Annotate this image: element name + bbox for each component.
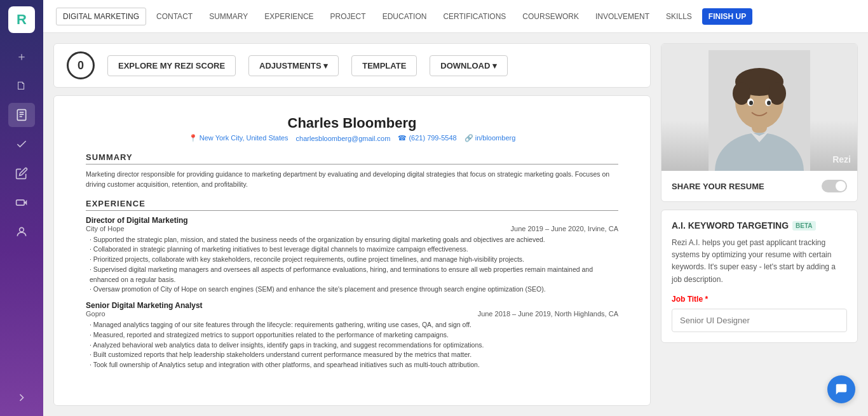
resume-linkedin: 🔗 in/bloomberg — [465, 134, 516, 142]
summary-text: Marketing director responsible for provi… — [86, 170, 618, 190]
resume-phone: ☎ (621) 799-5548 — [398, 134, 456, 142]
keyword-description: Rezi A.I. helps you get past applicant t… — [672, 237, 847, 286]
nav-coursework[interactable]: COURSEWORK — [516, 8, 585, 25]
bullet-1-1: · Collaborated in strategic planning of … — [86, 245, 618, 255]
video-icon[interactable] — [8, 191, 35, 215]
job-sub-1: City of Hope June 2019 – June 2020, Irvi… — [86, 225, 618, 232]
left-panel: 0 EXPLORE MY REZI SCORE ADJUSTMENTS ▾ TE… — [53, 43, 651, 406]
top-navigation: DIGITAL MARKETING CONTACT SUMMARY EXPERI… — [43, 0, 868, 33]
rezi-watermark: Rezi — [832, 154, 851, 164]
sidebar-logo[interactable]: R — [8, 6, 35, 33]
nav-summary[interactable]: SUMMARY — [203, 8, 254, 25]
share-toggle[interactable] — [822, 180, 847, 192]
profile-person-svg — [709, 50, 810, 171]
job-sub-2: Gopro June 2018 – June 2019, North Highl… — [86, 310, 618, 318]
date-1: June 2019 – June 2020, Irvine, CA — [511, 225, 618, 232]
summary-section-title: SUMMARY — [86, 152, 618, 164]
resume-toolbar: 0 EXPLORE MY REZI SCORE ADJUSTMENTS ▾ TE… — [53, 43, 651, 88]
nav-education[interactable]: EDUCATION — [376, 8, 433, 25]
download-button[interactable]: DOWNLOAD ▾ — [430, 55, 508, 76]
explore-score-button[interactable]: EXPLORE MY REZI SCORE — [107, 55, 236, 76]
nav-digital-marketing[interactable]: DIGITAL MARKETING — [56, 8, 146, 25]
nav-finish-up[interactable]: FINISH UP — [702, 8, 752, 25]
share-row: SHARE YOUR RESUME — [661, 171, 857, 201]
content-area: 0 EXPLORE MY REZI SCORE ADJUSTMENTS ▾ TE… — [43, 33, 868, 416]
svg-point-6 — [20, 227, 24, 232]
job-entry-1: Director of Digital Marketing City of Ho… — [86, 216, 618, 295]
nav-involvement[interactable]: INVOLVEMENT — [589, 8, 656, 25]
bullet-1-3: · Supervised digital marketing managers … — [86, 265, 618, 285]
nav-experience[interactable]: EXPERIENCE — [258, 8, 320, 25]
main-content: DIGITAL MARKETING CONTACT SUMMARY EXPERI… — [43, 0, 868, 416]
bullet-1-2: · Prioritized projects, collaborate with… — [86, 255, 618, 265]
experience-section-title: EXPERIENCE — [86, 199, 618, 211]
job-title-field-label: Job Title * — [672, 295, 847, 304]
edit-icon[interactable] — [8, 161, 35, 185]
nav-skills[interactable]: SKILLS — [660, 8, 698, 25]
profile-card: Rezi SHARE YOUR RESUME — [661, 43, 858, 202]
resume-contact-info: 📍 New York City, United States charlesbl… — [86, 134, 618, 142]
document-blank-icon[interactable]: 🗋 — [8, 74, 35, 98]
bullet-2-2: · Analyzed behavioral web analytics data… — [86, 340, 618, 351]
nav-project[interactable]: PROJECT — [324, 8, 372, 25]
right-panel: Rezi SHARE YOUR RESUME A.I. KEYWORD TARG… — [661, 43, 858, 406]
profile-image-container: Rezi — [661, 44, 857, 171]
bullet-2-4: · Took full ownership of Analytics setup… — [86, 360, 618, 370]
svg-point-16 — [749, 101, 753, 105]
nav-certifications[interactable]: CERTIFICATIONS — [437, 8, 512, 25]
bullet-1-0: · Supported the strategic plan, mission,… — [86, 235, 618, 245]
document-lines-icon[interactable] — [8, 103, 35, 127]
bullet-1-4: · Oversaw promotion of City of Hope on s… — [86, 285, 618, 295]
check-icon[interactable] — [8, 132, 35, 156]
adjustments-button[interactable]: ADJUSTMENTS ▾ — [248, 55, 339, 76]
job-title-input[interactable] — [672, 309, 847, 332]
resume-location: 📍 New York City, United States — [189, 134, 288, 142]
resume-preview: Charles Bloomberg 📍 New York City, Unite… — [53, 95, 651, 406]
company-2: Gopro — [86, 310, 105, 318]
job-entry-2: Senior Digital Marketing Analyst Gopro J… — [86, 301, 618, 370]
resume-name: Charles Bloomberg — [86, 115, 618, 131]
arrow-right-icon[interactable] — [8, 386, 35, 410]
resume-email: charlesbloomberg@gmail.com — [296, 135, 391, 142]
bullet-2-1: · Measured, reported and strategized met… — [86, 330, 618, 340]
svg-rect-4 — [17, 200, 25, 205]
beta-badge: BETA — [792, 221, 815, 231]
person-icon[interactable] — [8, 220, 35, 244]
company-1: City of Hope — [86, 225, 125, 232]
job-title-1: Director of Digital Marketing — [86, 216, 618, 225]
chat-bubble-button[interactable] — [827, 375, 855, 403]
keyword-title: A.I. KEYWORD TARGETING BETA — [672, 220, 847, 231]
bullet-2-0: · Managed analytics tagging of our site … — [86, 320, 618, 330]
rezi-score-circle: 0 — [67, 51, 95, 79]
bullet-2-3: · Built customized reports that help lea… — [86, 350, 618, 360]
template-button[interactable]: TEMPLATE — [351, 55, 417, 76]
share-label: SHARE YOUR RESUME — [672, 182, 764, 191]
sidebar: R ＋ 🗋 — [0, 0, 43, 416]
add-icon[interactable]: ＋ — [8, 44, 35, 69]
keyword-card: A.I. KEYWORD TARGETING BETA Rezi A.I. he… — [661, 210, 858, 343]
svg-point-17 — [767, 101, 771, 105]
nav-contact[interactable]: CONTACT — [150, 8, 199, 25]
date-2: June 2018 – June 2019, North Highlands, … — [478, 310, 618, 318]
job-title-2: Senior Digital Marketing Analyst — [86, 301, 618, 310]
